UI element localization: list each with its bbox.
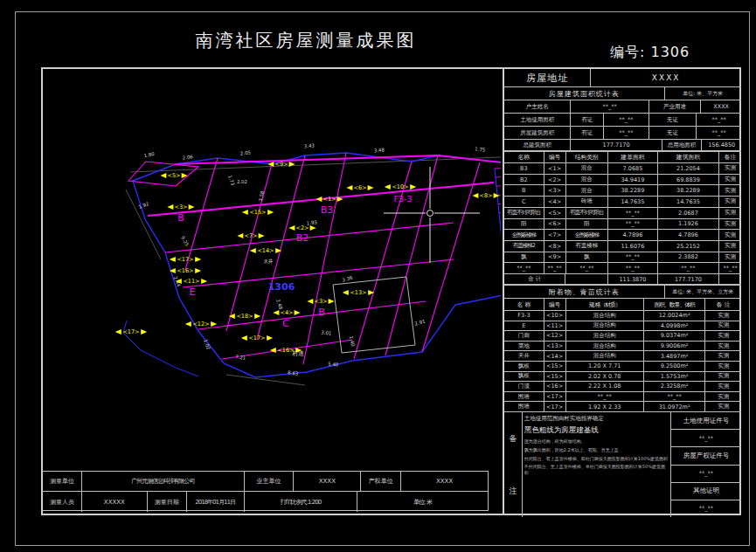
table-cell: 2.0687 xyxy=(658,208,719,218)
table-cell: 21.2054 xyxy=(658,163,719,174)
stairs-step xyxy=(496,183,501,186)
table-cell: 实测 xyxy=(719,252,741,263)
table-cell: 2.22 X 1.08 xyxy=(566,382,644,391)
address-row: 房屋地址 XXXX xyxy=(504,69,741,87)
table-row: B<3>混合38.228938.2289实测 xyxy=(504,185,741,197)
serial-value: 1306 xyxy=(650,44,690,60)
table-cell: 混合 xyxy=(566,175,609,185)
table-cell: **_** xyxy=(608,263,658,273)
stats-table-title: 房屋建筑面积统计表 xyxy=(504,87,665,100)
attachments-header-cell: 面积、数量、体积 xyxy=(644,299,705,310)
table-cell: 69.8839 xyxy=(658,175,719,185)
table-cell: 实测 xyxy=(719,219,741,230)
dimension-text: 1.75 xyxy=(475,146,486,152)
stats-total-cell: 111.3870 xyxy=(608,274,658,284)
sheet-inner-frame: <5><9><6><10><8><1><15><3><2><7><14><17>… xyxy=(41,67,741,515)
plan-marker: <17> xyxy=(122,328,139,335)
marker-wing-icon xyxy=(185,321,191,327)
table-row: 阳<6>阳**_**1.1926实测 xyxy=(504,219,741,231)
stats-rows: B3<1>混合7.068521.2054实测B2<2>混合34.941969.8… xyxy=(504,163,741,274)
dimension-line xyxy=(126,190,161,259)
notes-section: 备 注 土地使用范围由村实地指界确定黑色粗线为房屋建基线混为混合结构，砖为砖墙结… xyxy=(504,412,741,517)
table-row: 测量人员XXXXX测量日期2018年01月11日打印比例尺:1:200单位: 米 xyxy=(43,492,488,512)
table-row: **_** xyxy=(671,466,741,483)
certificate-label: 其他证明 xyxy=(693,486,719,495)
plan-marker: <14> xyxy=(257,247,274,254)
site-plan[interactable]: <5><9><6><10><8><1><15><3><2><7><14><17>… xyxy=(43,69,501,471)
table-cell: 混合结构 xyxy=(566,351,644,361)
table-cell: 有盖楼梯2 xyxy=(504,241,544,252)
table-cell: 实测 xyxy=(705,402,741,411)
survey-info-cell: 测量单位 xyxy=(43,472,82,491)
table-cell: 飘板 xyxy=(504,362,544,371)
marker-wing-icon xyxy=(310,225,316,231)
table-cell: <9> xyxy=(544,252,566,263)
house-label: 房屋建筑面积 xyxy=(504,127,571,139)
table-row: B3<1>混合7.068521.2054实测 xyxy=(504,163,741,175)
notes-label-column: 备 注 xyxy=(504,412,523,517)
marker-wing-icon xyxy=(242,210,248,215)
table-cell: 围墙 xyxy=(504,402,544,411)
table-cell: <10> xyxy=(544,311,566,321)
house-unlicensed-value: **_** xyxy=(697,127,741,139)
building-wall xyxy=(438,155,501,165)
dimension-text: 8.63 xyxy=(288,369,299,376)
table-row: 门顶<16>2.22 X 1.082.3258m²实测 xyxy=(504,382,741,392)
stats-total-row: 合 计111.3870177.7170 xyxy=(504,274,741,286)
building-wall xyxy=(165,223,454,252)
total-land-value: 156.4850 xyxy=(702,140,741,150)
marker-wing-icon xyxy=(241,335,247,341)
table-row: **_****_****_****_****_****_** xyxy=(504,263,741,274)
note-line: 不封闭阳台、无上盖室外楼梯、单柱门廊按天面投影面积计算50%建筑面积 xyxy=(524,464,669,476)
table-cell: <17> xyxy=(544,402,566,411)
table-cell: 实测 xyxy=(705,311,741,321)
note-line: 飘为飘出面积，距地2.2米以上、有阳、且无上盖 xyxy=(524,447,669,453)
survey-info-cell: 业主单位 xyxy=(245,472,295,491)
stats-total-cell: 177.7170 xyxy=(658,274,719,284)
table-cell: 混合结构 xyxy=(566,321,644,331)
table-cell: <7> xyxy=(544,230,566,240)
dimension-text: 1.93 xyxy=(306,219,317,226)
table-cell: 围墙 xyxy=(504,392,544,402)
table-cell: 全围蔽楼梯 xyxy=(566,230,609,240)
table-cell: 实测 xyxy=(705,382,741,391)
marker-wing-icon xyxy=(195,268,201,273)
cad-viewport: 南湾社区房屋测量成果图 编号: 1306 <5><9><6><10><8><1>… xyxy=(0,0,756,552)
table-cell: 34.9419 xyxy=(608,175,658,185)
table-cell: **_** xyxy=(608,252,658,263)
stats-header-cell: 结构类别 xyxy=(566,152,609,162)
land-label: 土地使用面积 xyxy=(504,114,571,126)
survey-info-cell: XXXXX xyxy=(82,492,148,512)
table-cell: **_** xyxy=(544,263,566,273)
table-cell: <14> xyxy=(544,351,566,361)
table-cell: B xyxy=(504,185,544,196)
table-cell: 飘 xyxy=(504,252,544,263)
survey-info-cell: 产权单位 xyxy=(361,472,401,491)
plan-marker: <11> xyxy=(183,278,199,285)
table-cell: 有盖不封闭阳台 xyxy=(504,208,544,218)
plan-marker: <18> xyxy=(236,313,253,320)
table-row: 全围蔽楼梯<7>全围蔽楼梯4.78964.7896实测 xyxy=(504,230,741,241)
table-cell: 砖墙 xyxy=(566,197,609,207)
plot-id-label: 1306 xyxy=(268,281,295,293)
certificate-label: 房屋产权证件号 xyxy=(683,452,730,460)
attachments-unit: 单位: 米、平方米、立方米 xyxy=(665,286,741,298)
dimension-text: 1.73 xyxy=(227,175,236,187)
usage-value: XXXX xyxy=(701,100,741,113)
table-cell: **_** xyxy=(566,392,644,402)
totals-row: 总建筑面积 177.7170 总用地面积 156.4850 xyxy=(504,140,741,152)
table-cell: 阳 xyxy=(566,219,609,230)
attachments-header-row: 名 称编号规 格（材质）面积、数量、体积备 注 xyxy=(504,299,741,311)
table-cell: <13> xyxy=(544,342,566,351)
table-cell: 门顶 xyxy=(504,382,544,391)
dimension-text: 7.21 xyxy=(235,354,246,361)
statistics-panel: 房屋地址 XXXX 房屋建筑面积统计表 单位: 米、平方米 户主姓名 **_**… xyxy=(503,69,741,514)
plan-marker: <9> xyxy=(274,161,288,168)
table-cell: 混合结构 xyxy=(566,331,644,341)
building-outline xyxy=(128,162,198,186)
table-cell: 12.0024m² xyxy=(644,311,705,321)
marker-wing-icon xyxy=(295,310,301,315)
marker-wing-icon xyxy=(410,184,416,190)
house-unlicensed-label: 无证 xyxy=(649,127,697,139)
table-row: F3-3<10>混合结构12.0024m²实测 xyxy=(504,311,741,321)
